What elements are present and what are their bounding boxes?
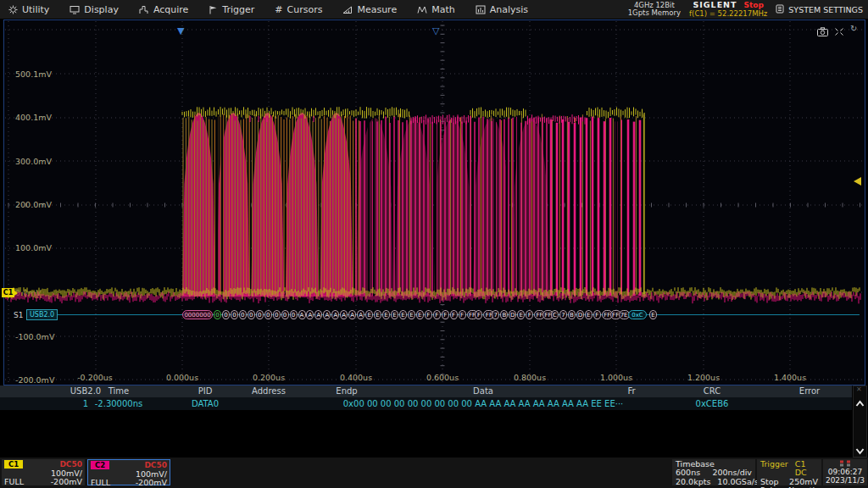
menu-cursors-label: Cursors [287,4,323,15]
horizontal-center-marker[interactable]: ▽ [432,27,439,36]
decode-token: 7 [559,310,567,319]
y-axis-label: -200.0mV [15,375,54,385]
usb-decode-badge[interactable]: USB2.0 [26,309,58,320]
clock-time: 09:06:27 [823,468,867,476]
x-axis-label: 1.400us [774,373,806,382]
y-axis-label: 300.0mV [15,157,52,166]
list-icon [776,4,784,15]
c1-bandwidth: FULL [4,478,24,487]
zoom-fit-icon[interactable] [834,24,844,40]
decode-table-header: USB2.0TimePIDAddressEndpDataFrCRCError [0,385,852,397]
menu-analysis[interactable]: Analysis [467,0,540,19]
table-value-cell: DATA0 [192,399,219,408]
sample-rate: 10.0GSa/s [717,478,759,486]
table-header-cell: PID [198,386,213,396]
decode-tail-token: E [649,310,657,319]
decode-sync-token: 0000000 [182,310,213,319]
table-value-cell: -2.30000ns [95,399,143,408]
c2-bandwidth: FULL [91,479,110,488]
trigger-title: Trigger [760,460,788,478]
decode-token: F [593,310,601,319]
menu-trigger[interactable]: Trigger [200,0,266,19]
c1-coupling: DC50 [59,460,82,469]
x-axis-label: 0.600us [426,373,459,382]
system-settings-label: SYSTEM SETTINGS [788,5,863,14]
system-settings-button[interactable]: SYSTEM SETTINGS [776,4,863,15]
scope-spec: 4GHz 12Bit1Gpts Memory [628,2,681,18]
decode-token: 0 [256,310,264,319]
table-scrollbar[interactable] [853,385,867,458]
decode-token: 0 [214,310,221,319]
decode-token: A [298,310,306,319]
menu-display-label: Display [84,4,119,15]
menu-math-label: Math [431,4,455,15]
decode-token: 0 [248,310,255,319]
decode-token: E [585,310,593,319]
decode-token: F [450,310,458,319]
display-icon [70,5,80,14]
trigger-level-arrow[interactable] [854,177,861,186]
decode-token: 0 [273,310,281,319]
clock-box: 09:06:27 2023/11/3 [823,459,867,485]
table-header-cell: CRC [704,386,721,396]
scroll-up-icon[interactable] [854,395,866,407]
decode-token: 0 [290,310,298,319]
x-axis-label: 0.200us [253,373,285,382]
gear-icon [8,5,18,14]
camera-icon[interactable] [817,24,828,40]
x-axis-label: 0.000us [166,373,198,382]
y-axis-label: 100.0mV [15,243,52,252]
menu-acquire[interactable]: Acquire [131,0,200,19]
decode-token: C [551,310,559,319]
measure-icon [342,5,353,14]
cursors-icon: # [275,4,282,15]
y-axis-label: 400.1mV [15,113,52,122]
math-icon [417,5,427,14]
flag-icon [209,5,218,14]
channel-box-c2[interactable]: C2DC50 100mV/ FULL-200mV [87,459,170,485]
x-axis-label: 0.400us [340,373,372,382]
trigger-position-marker[interactable]: ▼ [177,27,184,36]
decode-token: F [442,310,449,319]
table-header-cell: Error [799,386,820,396]
menu-math[interactable]: Math [409,0,467,19]
decode-token: 0 [281,310,289,319]
scroll-down-icon[interactable] [854,442,866,454]
menu-measure[interactable]: Measure [334,0,409,19]
decode-token: D [576,310,584,319]
channel-box-c1[interactable]: C1DC50 100mV/ FULL-200mV [2,459,85,485]
waveform-panel[interactable] [3,19,865,385]
status-bar: C1DC50 100mV/ FULL-200mV C2DC50 100mV/ F… [0,458,868,488]
table-value-cell: 0xCEB6 [696,399,729,408]
decode-table-row[interactable]: 1-2.30000nsDATA00x00 00 00 00 00 00 00 0… [0,397,852,410]
menu-trigger-label: Trigger [222,4,254,15]
c2-offset: -200mV [136,479,167,488]
s1-bus-label: S1 [14,311,23,319]
c1-badge: C1 [4,460,23,469]
menu-acquire-label: Acquire [153,4,188,15]
y-axis-label: 200.0mV [15,200,52,209]
menu-analysis-label: Analysis [490,4,528,15]
clock-date: 2023/11/3 [823,476,867,485]
menu-utility[interactable]: Utility [0,0,61,19]
table-header-cell: Fr [627,386,635,396]
rotate-display-icon[interactable]: ↻ [850,24,857,40]
menu-cursors[interactable]: # Cursors [266,0,334,19]
decode-token: E [416,310,424,319]
menu-bar: Utility Display Acquire Trigger # Cursor… [0,0,868,19]
menu-display[interactable]: Display [61,0,131,19]
run-state: Stop [744,1,764,9]
trigger-box[interactable]: TriggerC1 DC Stop250mV PulseNegative [757,459,821,485]
table-value-cell: 1 [83,399,88,408]
table-header-cell: Address [252,386,286,396]
decode-token: 0 [231,310,238,319]
decode-token: E [408,310,415,319]
y-axis-label: -100.0mV [15,332,54,341]
decode-token: 0 [264,310,272,319]
c1-zero-marker[interactable]: C1 [2,288,14,297]
timebase-box[interactable]: Timebase 600ns200ns/div 20.0kpts10.0GSa/… [672,459,755,485]
decode-token: E [382,310,390,319]
trigger-source: C1 DC [795,460,818,478]
table-header-cell: Data [473,386,493,396]
close-icon[interactable]: ✕ [856,385,862,393]
